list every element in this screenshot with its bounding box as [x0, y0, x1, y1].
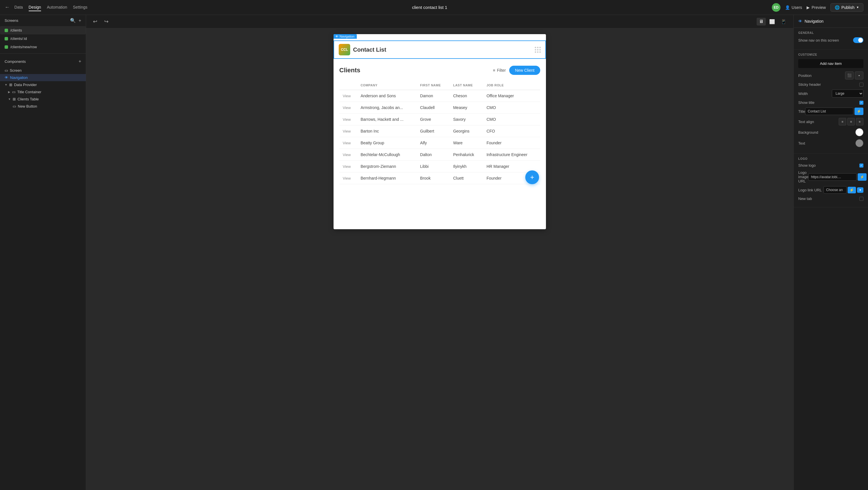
- new-client-button[interactable]: New Client: [509, 66, 540, 75]
- tree-item-title-container[interactable]: ▶ ▭ Title Container: [0, 88, 86, 96]
- nav-dot: [537, 49, 538, 51]
- publish-icon: 🌐: [835, 5, 840, 10]
- align-right-button[interactable]: ≡: [856, 118, 863, 125]
- row-view[interactable]: View: [339, 125, 357, 137]
- table-row[interactable]: View Bernhard-Hegmann Brook Cluett Found…: [339, 172, 540, 184]
- nav-left: CCL Contact List: [339, 44, 386, 55]
- row-company: Anderson and Sons: [357, 90, 416, 102]
- add-component-button[interactable]: +: [79, 59, 81, 64]
- nav-badge: 👁 Navigation: [334, 34, 357, 39]
- fab-button[interactable]: +: [525, 170, 539, 184]
- align-left-button[interactable]: ≡: [839, 118, 846, 125]
- nav-dot: [535, 51, 536, 53]
- table-row[interactable]: View Bechtelar-McCullough Dalton Penhalu…: [339, 149, 540, 161]
- logo-image-url-row: Logo image URL ⚡: [798, 170, 863, 183]
- width-label: Width: [798, 92, 808, 96]
- table-row[interactable]: View Bergstrom-Ziemann Libbi Ilyinykh HR…: [339, 161, 540, 172]
- sticky-header-checkbox[interactable]: [859, 83, 863, 87]
- show-logo-checkbox[interactable]: [859, 164, 863, 167]
- tree-item-navigation[interactable]: 👁 Navigation: [0, 74, 86, 81]
- mobile-device-button[interactable]: 📱: [778, 18, 789, 26]
- row-view[interactable]: View: [339, 149, 357, 161]
- position-left-button[interactable]: ⬛: [845, 71, 854, 79]
- logo-link-dropdown-button[interactable]: ▼: [857, 187, 863, 193]
- app-body: Clients ≡ Filter New Client: [334, 59, 546, 191]
- title-flash-button[interactable]: ⚡: [855, 107, 863, 115]
- search-button[interactable]: 🔍: [70, 18, 76, 23]
- nav-data[interactable]: Data: [14, 4, 23, 11]
- row-first: Damon: [417, 90, 450, 102]
- publish-button[interactable]: 🌐 Publish ▼: [830, 3, 863, 12]
- nav-settings[interactable]: Settings: [73, 4, 88, 11]
- logo-link-url-label: Logo link URL: [798, 188, 822, 192]
- rp-title: Navigation: [805, 19, 824, 24]
- background-label: Background: [798, 130, 818, 135]
- text-align-label: Text align: [798, 120, 814, 124]
- row-view[interactable]: View: [339, 172, 357, 184]
- width-select[interactable]: Large: [832, 90, 863, 98]
- tree-item-screen[interactable]: ▭ Screen: [0, 67, 86, 74]
- background-color-swatch[interactable]: [856, 128, 863, 136]
- nav-design[interactable]: Design: [29, 4, 41, 11]
- logo-image-flash-button[interactable]: ⚡: [858, 173, 867, 181]
- row-company: Bernhard-Hegmann: [357, 172, 416, 184]
- rect-icon: ▭: [12, 90, 16, 94]
- tree-item-new-button[interactable]: ▭ New Button: [0, 103, 86, 110]
- back-button[interactable]: ←: [5, 4, 10, 10]
- row-role: CMO: [483, 113, 540, 125]
- table-icon: ⊞: [12, 97, 16, 101]
- tree-item-data-provider[interactable]: ▼ ⊞ Data Provider: [0, 81, 86, 88]
- show-title-checkbox[interactable]: [859, 101, 863, 105]
- table-row[interactable]: View Armstrong, Jacobs an... Claudell Me…: [339, 102, 540, 113]
- screen-dot: [5, 45, 8, 49]
- desktop-device-button[interactable]: 🖥: [756, 18, 766, 26]
- text-align-row: Text align ≡ ≡ ≡: [798, 118, 863, 125]
- position-right-button[interactable]: ▪: [855, 71, 863, 79]
- row-view[interactable]: View: [339, 90, 357, 102]
- col-header-jobrole: JOB ROLE: [483, 80, 540, 90]
- title-label: Title: [798, 109, 805, 113]
- device-switcher: 🖥 ⬜ 📱: [756, 18, 789, 26]
- col-header-firstname: FIRST NAME: [417, 80, 450, 90]
- logo-image-url-input[interactable]: [808, 173, 857, 181]
- row-role: Infrastructure Engineer: [483, 149, 540, 161]
- redo-button[interactable]: ↪: [102, 17, 111, 26]
- table-row[interactable]: View Barton Inc Guilbert Georgins CFO: [339, 125, 540, 137]
- add-screen-button[interactable]: +: [79, 18, 81, 23]
- table-row[interactable]: View Barrows, Hackett and ... Grove Savo…: [339, 113, 540, 125]
- new-tab-checkbox[interactable]: [859, 197, 863, 201]
- undo-button[interactable]: ↩: [91, 17, 100, 26]
- screen-item-clients-new[interactable]: /clients/new/row: [0, 43, 86, 51]
- filter-button[interactable]: ≡ Filter: [493, 68, 506, 73]
- table-row[interactable]: View Beatty Group Alfy Ware Founder: [339, 137, 540, 149]
- screen-item-clients[interactable]: /clients: [0, 26, 86, 34]
- logo-link-url-group: ⚡ ▼: [824, 186, 863, 194]
- title-input[interactable]: [805, 107, 854, 115]
- tree-item-clients-table[interactable]: ▼ ⊞ Clients Table: [0, 96, 86, 103]
- table-section: Clients ≡ Filter New Client: [334, 59, 546, 191]
- row-view[interactable]: View: [339, 102, 357, 113]
- row-view[interactable]: View: [339, 137, 357, 149]
- add-nav-item-button[interactable]: Add nav item: [798, 59, 863, 68]
- nav-automation[interactable]: Automation: [47, 4, 67, 11]
- row-first: Alfy: [417, 137, 450, 149]
- canvas-toolbar: ↩ ↪ 🖥 ⬜ 📱: [86, 15, 794, 28]
- users-button[interactable]: 👤 Users: [785, 5, 802, 10]
- row-view[interactable]: View: [339, 161, 357, 172]
- row-company: Barrows, Hackett and ...: [357, 113, 416, 125]
- preview-button[interactable]: ▶ Preview: [807, 5, 826, 10]
- nav-dot: [539, 49, 541, 51]
- align-center-button[interactable]: ≡: [847, 118, 855, 125]
- nav-bar[interactable]: CCL Contact List: [334, 40, 546, 59]
- show-nav-toggle[interactable]: [853, 37, 863, 43]
- screen-item-clients-id[interactable]: /clients/:id: [0, 34, 86, 43]
- logo-link-url-input[interactable]: [824, 186, 846, 194]
- background-row: Background: [798, 128, 863, 136]
- table-title: Clients: [339, 67, 360, 74]
- table-header-row: COMPANY FIRST NAME LAST NAME JOB ROLE: [339, 80, 540, 90]
- text-color-swatch[interactable]: [856, 139, 863, 147]
- table-row[interactable]: View Anderson and Sons Damon Cheson Offi…: [339, 90, 540, 102]
- row-view[interactable]: View: [339, 113, 357, 125]
- tablet-device-button[interactable]: ⬜: [767, 18, 777, 26]
- logo-link-flash-button[interactable]: ⚡: [848, 187, 856, 193]
